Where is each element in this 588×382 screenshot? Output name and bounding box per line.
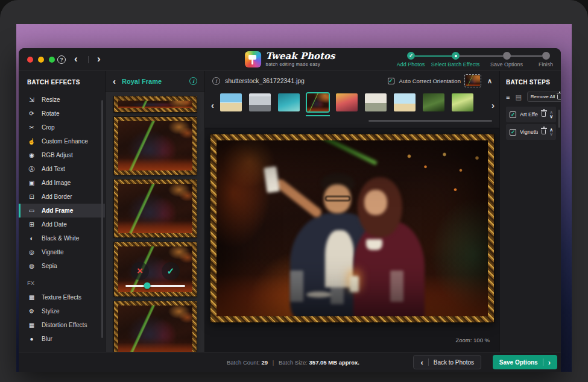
frame-intensity-slider[interactable] xyxy=(125,285,185,287)
sidebar-item-label: Texture Effects xyxy=(42,294,81,301)
auto-correct-checkbox[interactable]: ✓ xyxy=(388,78,394,84)
frame-thumbnail[interactable] xyxy=(114,117,197,175)
strip-scrollbar[interactable] xyxy=(368,120,492,122)
button-divider xyxy=(428,359,429,366)
step-add-photos-dot[interactable]: ✓ xyxy=(407,52,415,60)
save-options-label: Save Options xyxy=(499,359,538,366)
photo-thumbnail-selected[interactable] xyxy=(307,93,329,111)
app-logo: Tweak Photos batch editing made easy xyxy=(245,51,335,67)
batch-steps-scrollbar[interactable] xyxy=(558,110,560,128)
sidebar-item-label: Sepia xyxy=(42,263,57,269)
sidebar-item-texture-effects[interactable]: ▩Texture Effects xyxy=(19,290,105,304)
help-icon[interactable]: ? xyxy=(57,55,66,64)
step-save-options-dot[interactable] xyxy=(503,52,511,60)
sidebar-item-vignette[interactable]: ◎Vignette xyxy=(19,245,105,259)
detail-view-icon[interactable]: ▤ xyxy=(515,93,521,101)
sidebar-item-rotate[interactable]: ⟳Rotate xyxy=(19,107,105,121)
photo-thumbnail[interactable] xyxy=(336,93,358,111)
auto-correct-group: ✓ Auto Correct Orientation ∧ xyxy=(388,75,493,86)
photo-man-jacket xyxy=(290,213,387,316)
photo-thumbnail[interactable] xyxy=(249,93,271,111)
strip-next-icon[interactable]: › xyxy=(492,100,495,110)
close-button[interactable] xyxy=(27,57,33,63)
frame-thumbnail[interactable] xyxy=(114,96,197,112)
minimize-button[interactable] xyxy=(38,57,44,63)
stylize-icon: ⚙ xyxy=(27,308,36,315)
step-finish-dot[interactable] xyxy=(542,52,550,60)
sidebar-item-distortion-effects[interactable]: ▦Distortion Effects xyxy=(19,318,105,332)
photo-thumbnail[interactable] xyxy=(452,93,473,111)
cancel-frame-button[interactable]: × xyxy=(131,262,149,280)
sidebar-item-custom-enhance[interactable]: ☝Custom Enhance xyxy=(19,134,105,148)
batch-step-row-art-effect[interactable]: ✓ Art Effect ∧ ∨ xyxy=(506,107,556,122)
sidebar-item-resize[interactable]: ⇲Resize xyxy=(19,93,105,107)
batch-size-value: 357.05 MB approx. xyxy=(309,359,359,366)
photo-thumbnail[interactable] xyxy=(278,93,300,111)
desktop-wallpaper: ? ‹ › Tweak Photos batch editing made ea… xyxy=(16,24,572,372)
photo-woman-hair xyxy=(358,177,402,237)
delete-step-icon[interactable] xyxy=(542,130,546,134)
sidebar-item-stylize[interactable]: ⚙Stylize xyxy=(19,304,105,318)
remove-all-label: Remove All xyxy=(531,94,555,99)
sidebar-item-rgb-adjust[interactable]: ◉RGB Adjust xyxy=(19,148,105,162)
batch-step-row-vignette[interactable]: ✓ Vignette ∧ ∨ xyxy=(506,124,556,140)
enhance-icon: ☝ xyxy=(27,138,36,145)
move-down-icon[interactable]: ∨ xyxy=(549,132,553,136)
sidebar-item-black-white[interactable]: ◐Black & White xyxy=(19,231,105,245)
save-options-button[interactable]: Save Options › xyxy=(493,355,557,369)
photo-man-face xyxy=(324,184,351,213)
frame-thumbnail-active[interactable]: × ✓ xyxy=(114,242,197,296)
step-label: Select Batch Effects xyxy=(431,61,479,67)
frame-thumbnail[interactable] xyxy=(114,180,197,237)
photo-thumbnail[interactable] xyxy=(394,93,416,111)
filename-label: shutterstock_361722341.jpg xyxy=(225,77,383,84)
app-title: Tweak Photos xyxy=(266,52,335,61)
orientation-preview-icon xyxy=(466,75,480,86)
list-view-icon[interactable]: ≡ xyxy=(506,93,510,101)
photo-thumbnail[interactable] xyxy=(423,93,444,111)
sidebar-item-label: Distortion Effects xyxy=(42,322,87,328)
move-down-icon[interactable]: ∨ xyxy=(549,114,553,119)
frame-thumbnail[interactable] xyxy=(114,301,197,352)
nav-back-icon[interactable]: ‹ xyxy=(74,53,78,65)
sidebar-item-label: Add Date xyxy=(42,221,67,228)
back-icon: ‹ xyxy=(420,359,423,366)
sidebar-scrollbar[interactable] xyxy=(101,100,103,338)
sidebar-item-add-image[interactable]: ▣Add Image xyxy=(19,176,105,190)
step-checkbox[interactable]: ✓ xyxy=(510,129,516,136)
preview-area: i shutterstock_361722341.jpg ✓ Auto Corr… xyxy=(205,71,499,352)
sidebar-item-add-frame[interactable]: ▭Add Frame xyxy=(19,204,105,218)
back-to-photos-button[interactable]: ‹ Back to Photos xyxy=(413,355,481,369)
titlebar: ? ‹ › Tweak Photos batch editing made ea… xyxy=(19,48,561,71)
delete-step-icon[interactable] xyxy=(542,112,546,117)
sidebar-item-add-border[interactable]: ⊡Add Border xyxy=(19,190,105,204)
sidebar-item-add-date[interactable]: ⊞Add Date xyxy=(19,218,105,231)
info-icon[interactable]: i xyxy=(212,77,220,85)
collapse-strip-icon[interactable]: ∧ xyxy=(487,77,492,85)
sidebar-item-crop[interactable]: ✂Crop xyxy=(19,121,105,134)
frame-category-back-icon[interactable]: ‹ xyxy=(113,76,116,86)
photo-man-arm xyxy=(274,177,323,219)
info-icon[interactable]: i xyxy=(189,77,197,85)
maximize-button[interactable] xyxy=(49,57,55,63)
apply-frame-button[interactable]: ✓ xyxy=(162,262,180,280)
sidebar-item-label: Add Frame xyxy=(42,207,73,214)
remove-all-button[interactable]: Remove All xyxy=(527,92,561,102)
step-select-batch-effects-dot[interactable] xyxy=(452,52,460,60)
strip-prev-icon[interactable]: ‹ xyxy=(211,100,214,110)
step-checkbox[interactable]: ✓ xyxy=(510,111,516,118)
preview-header: i shutterstock_361722341.jpg ✓ Auto Corr… xyxy=(205,71,499,90)
nav-forward-icon[interactable]: › xyxy=(97,53,101,65)
step-label: Art Effect xyxy=(520,111,538,117)
sidebar-item-add-text[interactable]: ⒶAdd Text xyxy=(19,162,105,176)
photo-thumbnail[interactable] xyxy=(365,93,387,111)
sidebar-item-sepia[interactable]: ◍Sepia xyxy=(19,259,105,273)
window-controls xyxy=(27,57,55,63)
photo-man-hair xyxy=(321,173,355,192)
step-label: Save Options xyxy=(490,61,523,67)
framed-photo-preview[interactable] xyxy=(210,134,494,322)
photo-woman-face xyxy=(364,190,387,215)
slider-knob[interactable] xyxy=(144,283,150,289)
photo-thumbnail[interactable] xyxy=(220,93,242,111)
sidebar-item-blur[interactable]: ●Blur xyxy=(19,332,105,346)
